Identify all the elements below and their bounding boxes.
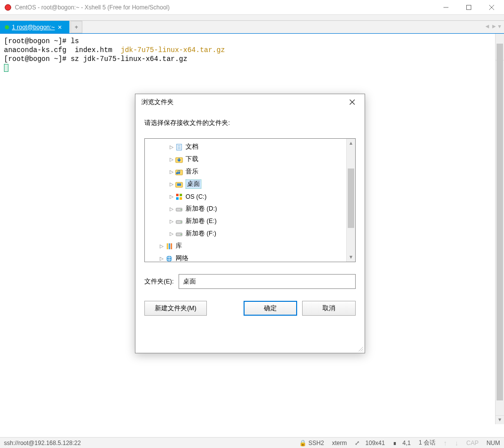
statusbar: ssh://root@192.168.5.128:22 🔒SSH2 xterm … xyxy=(0,437,504,448)
tab-close-icon[interactable]: × xyxy=(58,23,62,31)
new-folder-button[interactable]: 新建文件夹(M) xyxy=(144,301,207,316)
tree-item[interactable]: ▷OS (C:) xyxy=(145,190,355,203)
tabbar: 1 root@bogon:~ × + ◄ ► ▾ xyxy=(0,21,504,34)
tree-item-label: 桌面 xyxy=(186,179,201,189)
drive-icon xyxy=(175,229,184,238)
tree-item[interactable]: ▷音乐 xyxy=(145,166,355,178)
connection-status-icon xyxy=(5,25,9,29)
expand-arrow-icon[interactable]: ▷ xyxy=(159,243,165,249)
tree-scrollbar[interactable]: ▲ ▼ xyxy=(346,139,355,262)
tree-item-label: 新加卷 (F:) xyxy=(186,229,216,238)
maximize-button[interactable] xyxy=(457,0,480,15)
svg-line-33 xyxy=(363,351,363,351)
svg-rect-25 xyxy=(167,243,168,249)
titlebar: CentOS - root@bogon:~ - Xshell 5 (Free f… xyxy=(0,0,504,15)
terminal-cursor xyxy=(4,64,8,72)
new-tab-button[interactable]: + xyxy=(70,21,82,33)
tree-item-label: 网络 xyxy=(176,254,189,262)
tree-item-label: 新加卷 (D:) xyxy=(186,205,217,213)
folder-input[interactable] xyxy=(179,274,356,289)
tab-prev-icon[interactable]: ◄ xyxy=(484,23,490,30)
term-line3-prompt: [root@bogon ~]# xyxy=(4,55,70,63)
svg-rect-15 xyxy=(176,194,179,196)
status-num: NUM xyxy=(487,440,500,447)
down-icon xyxy=(175,155,184,164)
doc-icon xyxy=(175,143,184,152)
svg-rect-14 xyxy=(177,183,181,186)
tab-next-icon[interactable]: ► xyxy=(491,23,497,30)
tree-item[interactable]: ▷文档 xyxy=(145,141,355,153)
term-line1-prompt: [root@bogon ~]# xyxy=(4,37,70,45)
svg-rect-16 xyxy=(180,194,182,196)
svg-point-20 xyxy=(181,209,182,210)
tree-item[interactable]: ▷库 xyxy=(145,240,355,252)
dialog-prompt: 请选择保存接收文件的文件夹: xyxy=(144,119,356,127)
expand-arrow-icon[interactable]: ▷ xyxy=(169,157,175,162)
svg-point-22 xyxy=(181,222,182,223)
term-line3-cmd: sz jdk-7u75-linux-x64.tar.gz xyxy=(70,55,187,63)
tab-session[interactable]: 1 root@bogon:~ × xyxy=(0,21,69,33)
expand-arrow-icon[interactable]: ▷ xyxy=(169,231,175,236)
lib-icon xyxy=(165,242,174,251)
expand-arrow-icon[interactable]: ▷ xyxy=(169,169,175,174)
term-line1-cmd: ls xyxy=(70,37,79,45)
ok-button[interactable]: 确定 xyxy=(244,301,297,316)
tree-item-label: OS (C:) xyxy=(186,193,206,200)
term-line2-a: anaconda-ks.cfg index.htm xyxy=(4,46,121,54)
os-icon xyxy=(175,192,184,201)
tree-item[interactable]: ▷网络 xyxy=(145,252,355,262)
minimize-button[interactable] xyxy=(435,0,457,15)
lock-icon: 🔒 xyxy=(299,440,307,447)
tree-scroll-thumb[interactable] xyxy=(348,168,354,228)
expand-arrow-icon[interactable]: ▷ xyxy=(159,256,165,261)
tree-item[interactable]: ▷新加卷 (D:) xyxy=(145,203,355,215)
folder-field-label: 文件夹(E): xyxy=(144,278,174,286)
svg-rect-26 xyxy=(169,243,170,249)
tree-item[interactable]: ▷新加卷 (E:) xyxy=(145,215,355,227)
expand-arrow-icon[interactable]: ▷ xyxy=(169,194,175,199)
tree-item[interactable]: ▷桌面 xyxy=(145,178,355,190)
tree-item[interactable]: ▷下载 xyxy=(145,153,355,166)
resize-grip-icon[interactable] xyxy=(358,346,364,352)
drive-icon xyxy=(175,217,184,226)
term-line2-b: jdk-7u75-linux-x64.tar.gz xyxy=(121,46,225,54)
terminal-scrollbar[interactable]: ▲ ▼ xyxy=(495,34,504,424)
expand-arrow-icon[interactable]: ▷ xyxy=(169,181,175,187)
tree-scroll-up-icon[interactable]: ▲ xyxy=(347,139,355,148)
scroll-thumb[interactable] xyxy=(497,44,503,400)
dialog-close-button[interactable] xyxy=(346,96,359,109)
status-connection: ssh://root@192.168.5.128:22 xyxy=(4,440,81,447)
tree-item-label: 新加卷 (E:) xyxy=(186,217,217,225)
close-button[interactable] xyxy=(480,0,503,15)
tab-menu-icon[interactable]: ▾ xyxy=(498,23,501,30)
dialog-titlebar: 浏览文件夹 xyxy=(135,94,365,110)
browse-folder-dialog: 浏览文件夹 请选择保存接收文件的文件夹: ▷文档▷下载▷音乐▷桌面▷OS (C:… xyxy=(135,94,365,353)
status-size: ⤢ 109x41 xyxy=(355,440,385,447)
tree-item-label: 文档 xyxy=(186,143,198,151)
tab-label: 1 root@bogon:~ xyxy=(12,24,55,31)
status-cap: CAP xyxy=(466,440,479,447)
expand-arrow-icon[interactable]: ▷ xyxy=(169,144,175,150)
cancel-button[interactable]: 取消 xyxy=(302,301,356,316)
tree-item[interactable]: ▷新加卷 (F:) xyxy=(145,227,355,240)
scroll-down-icon[interactable]: ▼ xyxy=(496,415,504,424)
folder-tree[interactable]: ▷文档▷下载▷音乐▷桌面▷OS (C:)▷新加卷 (D:)▷新加卷 (E:)▷新… xyxy=(144,138,356,262)
status-sessions: 1 会话 xyxy=(419,439,436,447)
desktop-icon xyxy=(175,180,184,189)
net-icon xyxy=(165,254,174,262)
svg-rect-17 xyxy=(176,197,179,200)
window-title: CentOS - root@bogon:~ - Xshell 5 (Free f… xyxy=(15,4,435,11)
music-icon xyxy=(175,168,184,176)
expand-arrow-icon[interactable]: ▷ xyxy=(169,219,175,224)
status-cursor: ∎ 4,1 xyxy=(393,440,411,447)
svg-point-24 xyxy=(181,234,182,235)
transfer-up-icon: ↑ xyxy=(443,439,447,447)
tree-scroll-down-icon[interactable]: ▼ xyxy=(347,253,355,262)
svg-rect-2 xyxy=(467,5,471,9)
app-icon xyxy=(4,3,12,11)
tree-item-label: 库 xyxy=(176,242,182,250)
expand-arrow-icon[interactable]: ▷ xyxy=(169,206,175,212)
transfer-down-icon: ↓ xyxy=(455,439,458,447)
drive-icon xyxy=(175,205,184,214)
toolstrip xyxy=(0,15,504,21)
